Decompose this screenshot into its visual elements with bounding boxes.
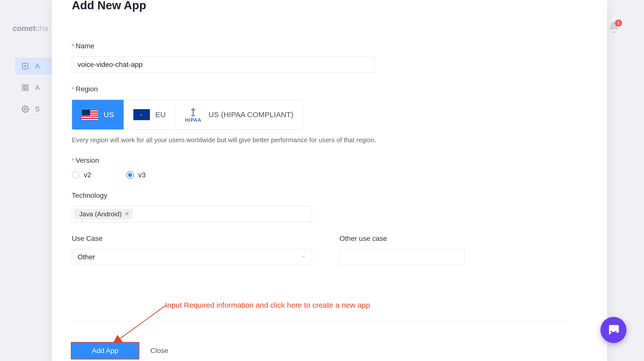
cometchat-logo: cometcha xyxy=(13,24,48,33)
region-option-label: US (HIPAA COMPLIANT) xyxy=(208,110,293,119)
sidebar-item-add[interactable]: A xyxy=(15,58,55,75)
svg-point-7 xyxy=(24,108,26,110)
svg-rect-3 xyxy=(23,85,25,87)
logo-text-bold: comet xyxy=(13,24,36,33)
other-use-case-input[interactable] xyxy=(340,249,465,265)
version-field-row: *Version v2 v3 xyxy=(72,156,585,179)
technology-tag-input[interactable]: Java (Android) ✕ xyxy=(72,206,312,222)
technology-tag-label: Java (Android) xyxy=(79,210,122,218)
other-use-case-field: Other use case xyxy=(340,235,465,265)
use-case-label: Use Case xyxy=(72,235,312,243)
use-case-value: Other xyxy=(78,253,95,261)
close-button[interactable]: Close xyxy=(148,342,171,359)
radio-icon xyxy=(72,171,79,179)
chat-icon xyxy=(607,323,620,337)
region-option-eu[interactable]: EU xyxy=(124,100,175,129)
region-option-us-hipaa[interactable]: HIPAA US (HIPAA COMPLIANT) xyxy=(175,100,303,129)
region-option-label: EU xyxy=(155,110,166,119)
other-use-case-label: Other use case xyxy=(340,235,465,243)
svg-rect-4 xyxy=(26,85,28,87)
region-label: *Region xyxy=(72,85,585,93)
technology-field-row: Technology Java (Android) ✕ xyxy=(72,192,585,222)
modal-footer: Add App Close xyxy=(71,342,171,359)
required-asterisk: * xyxy=(72,86,74,93)
region-hint: Every region will work for all your user… xyxy=(72,136,585,144)
sidebar: A A S xyxy=(15,58,55,122)
version-radio-label: v2 xyxy=(84,171,91,179)
apps-grid-icon xyxy=(22,84,29,91)
technology-tag: Java (Android) ✕ xyxy=(75,209,132,219)
tag-remove-icon[interactable]: ✕ xyxy=(125,211,129,217)
version-radio-label: v3 xyxy=(138,171,146,179)
version-radio-v3[interactable]: v3 xyxy=(126,171,146,179)
required-asterisk: * xyxy=(72,43,74,50)
sidebar-item-settings[interactable]: S xyxy=(15,101,55,118)
name-label: *Name xyxy=(72,42,585,50)
technology-label: Technology xyxy=(72,192,585,200)
region-option-label: US xyxy=(104,110,114,119)
plus-square-icon xyxy=(22,62,29,70)
radio-icon xyxy=(126,171,134,179)
name-input[interactable] xyxy=(72,57,375,73)
sidebar-item-label: A xyxy=(35,84,40,92)
svg-rect-5 xyxy=(23,88,25,91)
us-flag-icon xyxy=(82,109,98,120)
region-segmented-control: US EU HIPAA US (HIPAA COMPLIANT) xyxy=(72,100,303,130)
hipaa-icon: HIPAA xyxy=(185,107,201,122)
modal-divider xyxy=(71,321,574,321)
version-radio-v2[interactable]: v2 xyxy=(72,171,91,179)
required-asterisk: * xyxy=(72,157,74,164)
sidebar-item-label: A xyxy=(35,62,40,70)
sidebar-item-label: S xyxy=(35,105,40,113)
version-label: *Version xyxy=(72,156,585,164)
name-field-row: *Name xyxy=(72,42,585,73)
svg-rect-6 xyxy=(26,88,28,91)
add-app-button[interactable]: Add App xyxy=(71,342,139,359)
use-case-field: Use Case Other xyxy=(72,235,312,265)
intercom-launcher[interactable] xyxy=(600,317,626,343)
annotation-text: Input Required information and click her… xyxy=(165,301,370,309)
notifications-badge: 1 xyxy=(615,20,622,27)
chevron-down-icon xyxy=(301,253,306,261)
sidebar-item-apps[interactable]: A xyxy=(15,79,55,96)
modal-title: Add New App xyxy=(72,0,585,12)
eu-flag-icon xyxy=(133,109,150,120)
region-option-us[interactable]: US xyxy=(72,100,124,129)
gear-icon xyxy=(22,105,29,113)
logo-text-light: cha xyxy=(36,24,48,33)
region-field-row: *Region US EU HIPAA xyxy=(72,85,585,144)
use-case-select[interactable]: Other xyxy=(72,249,312,265)
